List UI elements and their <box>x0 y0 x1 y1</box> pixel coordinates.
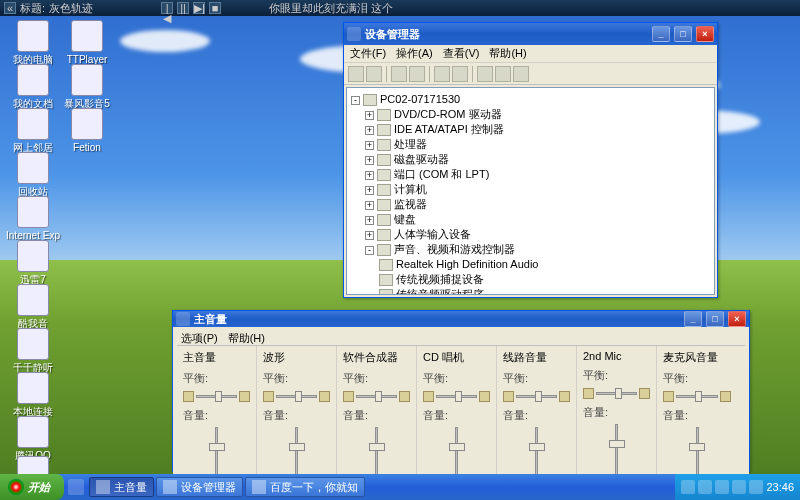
tree-root[interactable]: -PC02-07171530 <box>351 92 710 107</box>
expand-toggle[interactable]: + <box>365 171 374 180</box>
balance-slider[interactable] <box>263 388 330 404</box>
expand-toggle[interactable]: + <box>365 156 374 165</box>
desktop-icon[interactable]: Fetion <box>60 108 114 153</box>
expand-toggle[interactable]: - <box>365 246 374 255</box>
menu-view[interactable]: 查看(V) <box>443 46 480 61</box>
mp-prev-button[interactable]: |◀ <box>161 2 173 14</box>
menu-help[interactable]: 帮助(H) <box>228 331 265 343</box>
desktop-icon[interactable]: 迅雷7 <box>6 240 60 285</box>
tool-fwd-icon[interactable] <box>366 66 382 82</box>
desktop-icon[interactable]: 腾讯QQ <box>6 416 60 461</box>
tree-node[interactable]: +监视器 <box>365 197 710 212</box>
expand-toggle[interactable]: + <box>365 201 374 210</box>
expand-toggle[interactable]: + <box>365 126 374 135</box>
devmgr-icon <box>347 27 361 41</box>
taskbar-button[interactable]: 百度一下，你就知 <box>245 477 365 497</box>
titlebar[interactable]: 主音量 _ □ × <box>173 311 749 327</box>
tree-node[interactable]: +端口 (COM 和 LPT) <box>365 167 710 182</box>
app-icon <box>17 196 49 228</box>
balance-slider[interactable] <box>663 388 731 404</box>
ql-icon[interactable] <box>68 479 84 495</box>
tree-node[interactable]: +处理器 <box>365 137 710 152</box>
speaker-right-icon <box>319 391 330 402</box>
app-icon <box>71 20 103 52</box>
expand-toggle[interactable]: + <box>365 231 374 240</box>
tool-scan-icon[interactable] <box>434 66 450 82</box>
balance-slider[interactable] <box>183 388 250 404</box>
tool-back-icon[interactable] <box>348 66 364 82</box>
tree-leaf[interactable]: 传统视频捕捉设备 <box>379 272 710 287</box>
menu-file[interactable]: 文件(F) <box>350 46 386 61</box>
maximize-button[interactable]: □ <box>674 26 692 42</box>
volume-label: 音量: <box>503 408 570 423</box>
tree-node[interactable]: -声音、视频和游戏控制器 <box>365 242 710 257</box>
tree-leaf[interactable]: 传统音频驱动程序 <box>379 287 710 295</box>
minimize-button[interactable]: _ <box>652 26 670 42</box>
expand-toggle[interactable]: + <box>365 186 374 195</box>
desktop-icon[interactable]: 我的电脑 <box>6 20 60 65</box>
desktop-icon[interactable]: 酷我音 <box>6 284 60 329</box>
balance-label: 平衡: <box>183 371 250 386</box>
app-icon <box>17 372 49 404</box>
tray-icon[interactable] <box>681 480 695 494</box>
mp-stop-button[interactable]: ■ <box>209 2 221 14</box>
tool-x1-icon[interactable] <box>495 66 511 82</box>
titlebar[interactable]: 设备管理器 _ □ × <box>344 23 717 45</box>
balance-slider[interactable] <box>583 385 650 401</box>
desktop-icon[interactable]: 我的文档 <box>6 64 60 109</box>
tool-refresh-icon[interactable] <box>452 66 468 82</box>
balance-slider[interactable] <box>423 388 490 404</box>
device-tree[interactable]: -PC02-07171530+DVD/CD-ROM 驱动器+IDE ATA/AT… <box>346 87 715 295</box>
desktop-icon[interactable]: 网上邻居 <box>6 108 60 153</box>
tool-props-icon[interactable] <box>409 66 425 82</box>
device-category-icon <box>377 244 391 256</box>
toolbar <box>344 63 717 85</box>
mp-title-label: 标题: <box>20 1 45 16</box>
desktop-icon[interactable]: 本地连接 <box>6 372 60 417</box>
mp-prev-icon[interactable]: « <box>4 2 16 14</box>
mp-pause-button[interactable]: || <box>177 2 189 14</box>
taskbar-button[interactable]: 设备管理器 <box>156 477 243 497</box>
menu-action[interactable]: 操作(A) <box>396 46 433 61</box>
menu-options[interactable]: 选项(P) <box>181 331 218 343</box>
tree-node[interactable]: +计算机 <box>365 182 710 197</box>
tree-leaf[interactable]: Realtek High Definition Audio <box>379 257 710 272</box>
taskbar-button[interactable]: 主音量 <box>89 477 154 497</box>
tree-node[interactable]: +IDE ATA/ATAPI 控制器 <box>365 122 710 137</box>
tool-help-icon[interactable] <box>477 66 493 82</box>
balance-slider[interactable] <box>343 388 410 404</box>
speaker-right-icon <box>479 391 490 402</box>
expand-toggle[interactable]: + <box>365 216 374 225</box>
tray-icon[interactable] <box>715 480 729 494</box>
close-button[interactable]: × <box>696 26 714 42</box>
tool-x2-icon[interactable] <box>513 66 529 82</box>
device-category-icon <box>377 109 391 121</box>
tray-clock[interactable]: 23:46 <box>766 481 794 493</box>
tree-node[interactable]: +人体学输入设备 <box>365 227 710 242</box>
desktop-icon[interactable]: TTPlayer <box>60 20 114 65</box>
computer-icon <box>363 94 377 106</box>
speaker-right-icon <box>239 391 250 402</box>
mp-next-button[interactable]: ▶| <box>193 2 205 14</box>
tool-view-icon[interactable] <box>391 66 407 82</box>
expand-toggle[interactable]: + <box>365 111 374 120</box>
desktop-icon[interactable]: 千千静听 <box>6 328 60 373</box>
desktop-icon[interactable]: 回收站 <box>6 152 60 197</box>
desktop-icon[interactable]: 暴风影音5 <box>60 64 114 109</box>
menu-help[interactable]: 帮助(H) <box>489 46 526 61</box>
close-button[interactable]: × <box>728 311 746 327</box>
start-label: 开始 <box>28 480 50 495</box>
minimize-button[interactable]: _ <box>684 311 702 327</box>
tree-node[interactable]: +磁盘驱动器 <box>365 152 710 167</box>
tray-volume-icon[interactable] <box>732 480 746 494</box>
device-category-icon <box>377 154 391 166</box>
expand-toggle[interactable]: + <box>365 141 374 150</box>
maximize-button[interactable]: □ <box>706 311 724 327</box>
tray-network-icon[interactable] <box>749 480 763 494</box>
volume-slider[interactable] <box>583 422 650 482</box>
start-button[interactable]: 开始 <box>0 474 64 500</box>
tree-node[interactable]: +键盘 <box>365 212 710 227</box>
balance-slider[interactable] <box>503 388 570 404</box>
tray-icon[interactable] <box>698 480 712 494</box>
tree-node[interactable]: +DVD/CD-ROM 驱动器 <box>365 107 710 122</box>
